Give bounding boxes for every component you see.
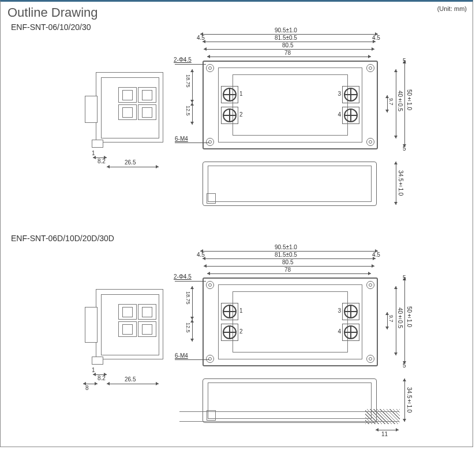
top-view-b: 1 2 3 4: [203, 278, 378, 366]
note-hole-pair: 2-Φ4.5: [174, 57, 192, 63]
dim-side-x3-b: 26.5: [125, 376, 136, 382]
terminal-3: 3: [338, 91, 341, 97]
dim-body-w-b: 81.5±0.5: [275, 252, 297, 258]
unit-label: (Unit: mm): [437, 5, 467, 12]
dim-term-upper: 18.75: [185, 74, 191, 88]
dim-term-lower-b: 12.5: [185, 322, 191, 333]
dim-depth-b: 34.5±1.0: [406, 387, 413, 412]
model-b-label: ENF-SNT-06D/10D/20D/30D: [1, 234, 473, 243]
dim-end-r-b: 4.5: [372, 252, 380, 258]
terminal-1-b: 1: [239, 308, 243, 314]
dim-rail-end: 11: [381, 431, 388, 437]
terminal-2-b: 2: [239, 328, 243, 335]
dim-body-h: 40±0.5: [397, 91, 403, 111]
dim-end-top: 5: [403, 58, 406, 64]
dim-overall-h-b: 50±1.0: [406, 306, 413, 327]
dim-pitch-w: 78: [284, 50, 291, 56]
dim-overall-h: 50±1.0: [406, 89, 413, 110]
dim-end-l: 4.5: [197, 35, 205, 41]
dim-side-x3: 26.5: [125, 159, 136, 166]
note-hole-pair-b: 2-Φ4.5: [174, 273, 192, 280]
section-title: Outline Drawing: [1, 2, 473, 22]
drawing-a: 1 8.2 26.5 1 2 3 4 90.5±1.0 81.5±0.5 80.: [1, 32, 473, 228]
dim-end-top-b: 5: [403, 275, 406, 281]
dim-term-lower: 12.5: [185, 106, 191, 116]
dim-end-l-b: 4.5: [197, 252, 205, 258]
dim-flat-w: 80.5: [282, 42, 293, 48]
dim-pitch-w-b: 78: [284, 267, 291, 273]
model-a-label: ENF-SNT-06/10/20/30: [1, 22, 473, 32]
side-view-a: [96, 72, 163, 142]
dim-side-x2-b: 8.2: [98, 375, 106, 381]
note-screws-b: 6-M4: [175, 352, 188, 359]
dim-inner-h-b: 9.7: [388, 315, 394, 322]
front-view-a: [203, 162, 377, 206]
terminal-1: 1: [239, 91, 243, 97]
terminal-2: 2: [239, 111, 243, 118]
dim-body-w: 81.5±0.5: [275, 35, 297, 41]
dim-end-bot-b: 5: [403, 362, 406, 369]
top-view-a: 1 2 3 4: [203, 61, 378, 149]
dim-overall-w: 90.5±1.0: [275, 27, 297, 33]
side-view-b: [96, 289, 163, 359]
dim-side-x2: 8.2: [98, 158, 106, 164]
dim-end-r: 4.5: [372, 35, 380, 41]
dim-side-extra-b: 8: [85, 385, 89, 391]
dim-body-h-b: 40±0.5: [397, 308, 403, 328]
dim-inner-h: 9.7: [388, 98, 394, 106]
dim-term-upper-b: 18.75: [185, 291, 191, 305]
drawing-b: 1 8.2 8 26.5 1 2 3 4 90.5±1.0 81.5±0.5 8…: [1, 243, 473, 447]
din-rail: [179, 411, 399, 422]
terminal-4-b: 4: [338, 328, 341, 335]
dim-flat-w-b: 80.5: [282, 259, 293, 265]
terminal-4: 4: [338, 111, 341, 118]
dim-depth-a: 34.5±1.0: [398, 170, 404, 196]
dim-overall-w-b: 90.5±1.0: [275, 244, 297, 250]
dim-end-bot: 5: [403, 145, 406, 152]
note-screws: 6-M4: [175, 136, 188, 142]
terminal-3-b: 3: [338, 308, 341, 314]
